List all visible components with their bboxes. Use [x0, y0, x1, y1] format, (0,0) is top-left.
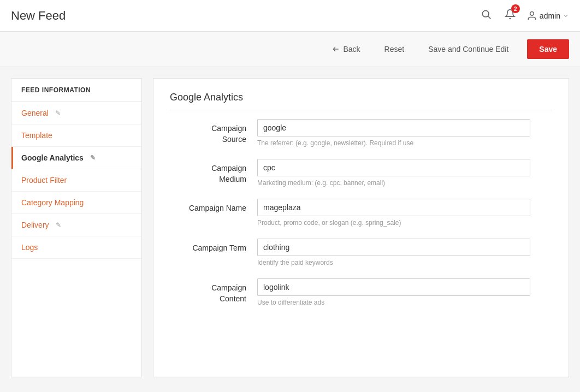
svg-point-2 [530, 11, 534, 15]
campaign-name-input[interactable] [257, 199, 530, 216]
campaign-name-field: Product, promo code, or slogan (e.g. spr… [257, 199, 530, 227]
sidebar-item-label: Category Mapping [21, 198, 84, 207]
campaign-content-field: Use to differentiate ads [257, 278, 530, 306]
campaign-term-input[interactable] [257, 239, 530, 256]
pencil-icon: ✎ [90, 154, 96, 162]
sidebar: FEED INFORMATION General ✎ Template Goog… [11, 78, 142, 377]
notification-badge: 2 [511, 4, 520, 13]
save-continue-label: Save and Continue Edit [428, 45, 508, 54]
campaign-medium-field: Marketing medium: (e.g. cpc, banner, ema… [257, 159, 530, 187]
sidebar-item-label: Google Analytics [21, 153, 84, 162]
campaign-name-hint: Product, promo code, or slogan (e.g. spr… [257, 219, 530, 227]
campaign-content-hint: Use to differentiate ads [257, 299, 530, 306]
campaign-source-input[interactable] [257, 119, 530, 136]
sidebar-section-title: FEED INFORMATION [11, 79, 141, 102]
campaign-medium-row: CampaignMedium Marketing medium: (e.g. c… [170, 159, 552, 187]
pencil-icon: ✎ [55, 109, 61, 117]
toolbar: Back Reset Save and Continue Edit Save [0, 32, 580, 67]
campaign-source-hint: The referrer: (e.g. google, newsletter).… [257, 139, 530, 147]
campaign-content-row: CampaignContent Use to differentiate ads [170, 278, 552, 306]
campaign-medium-input[interactable] [257, 159, 530, 176]
sidebar-item-logs[interactable]: Logs [11, 236, 141, 259]
header: New Feed 2 admin [0, 0, 580, 32]
sidebar-item-label: Delivery [21, 221, 49, 229]
reset-button[interactable]: Reset [379, 41, 410, 57]
back-button[interactable]: Back [327, 41, 365, 57]
sidebar-item-general[interactable]: General ✎ [11, 102, 141, 124]
content-section-title: Google Analytics [170, 92, 552, 110]
admin-label: admin [540, 11, 560, 20]
save-label: Save [539, 45, 557, 54]
sidebar-item-product-filter[interactable]: Product Filter [11, 169, 141, 192]
campaign-term-row: Campaign Term Identify the paid keywords [170, 239, 552, 266]
campaign-source-field: The referrer: (e.g. google, newsletter).… [257, 119, 530, 147]
sidebar-item-google-analytics[interactable]: Google Analytics ✎ [11, 147, 141, 169]
campaign-term-field: Identify the paid keywords [257, 239, 530, 266]
back-label: Back [343, 45, 360, 54]
pencil-icon: ✎ [56, 221, 61, 229]
chevron-down-icon [563, 13, 569, 19]
header-actions: 2 admin [478, 7, 569, 25]
campaign-name-row: Campaign Name Product, promo code, or sl… [170, 199, 552, 227]
campaign-name-label: Campaign Name [170, 199, 257, 214]
sidebar-item-delivery[interactable]: Delivery ✎ [11, 214, 141, 236]
sidebar-item-label: Product Filter [21, 176, 67, 185]
arrow-left-icon [332, 45, 340, 53]
campaign-source-row: CampaignSource The referrer: (e.g. googl… [170, 119, 552, 147]
campaign-term-hint: Identify the paid keywords [257, 259, 530, 266]
sidebar-item-label: Template [21, 131, 52, 140]
sidebar-item-label: General [21, 109, 49, 117]
sidebar-item-template[interactable]: Template [11, 124, 141, 147]
campaign-source-label: CampaignSource [170, 119, 257, 145]
content-area: Google Analytics CampaignSource The refe… [153, 78, 569, 377]
campaign-term-label: Campaign Term [170, 239, 257, 254]
campaign-content-input[interactable] [257, 278, 530, 296]
campaign-medium-label: CampaignMedium [170, 159, 257, 185]
save-button[interactable]: Save [527, 39, 569, 59]
notification-button[interactable]: 2 [502, 7, 518, 25]
main-content: FEED INFORMATION General ✎ Template Goog… [0, 67, 580, 388]
campaign-content-label: CampaignContent [170, 278, 257, 304]
user-icon [526, 10, 537, 21]
svg-point-0 [482, 10, 489, 17]
svg-line-1 [488, 16, 491, 19]
page-title: New Feed [11, 9, 66, 23]
search-icon [481, 9, 492, 20]
admin-menu-button[interactable]: admin [526, 10, 569, 21]
save-continue-button[interactable]: Save and Continue Edit [423, 41, 514, 57]
reset-label: Reset [384, 45, 405, 54]
campaign-medium-hint: Marketing medium: (e.g. cpc, banner, ema… [257, 179, 530, 187]
sidebar-item-category-mapping[interactable]: Category Mapping [11, 192, 141, 214]
search-button[interactable] [478, 7, 494, 25]
sidebar-item-label: Logs [21, 243, 38, 252]
